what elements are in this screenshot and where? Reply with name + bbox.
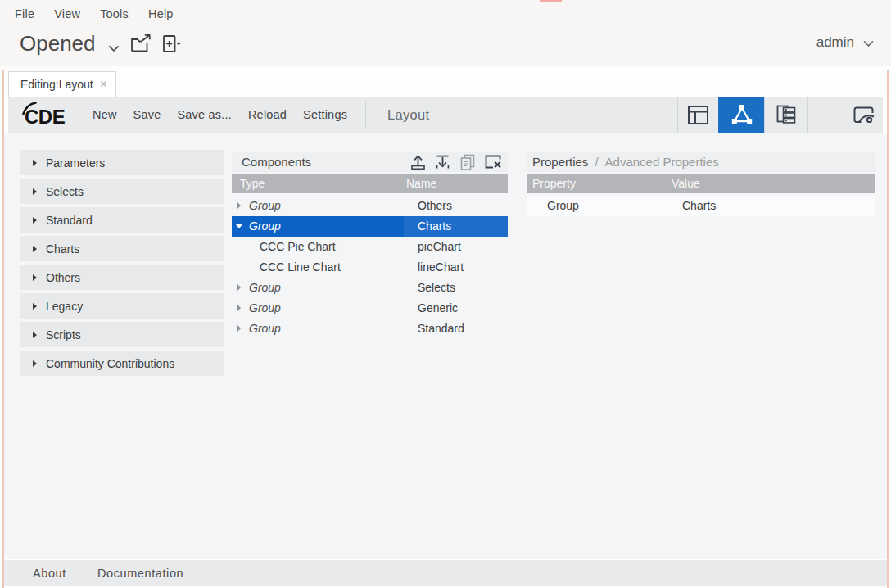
pink-top-mark — [540, 0, 562, 2]
component-type-cell: Group — [249, 216, 281, 237]
datasources-panel-button[interactable] — [764, 97, 807, 133]
expand-icon[interactable] — [237, 305, 241, 311]
close-icon[interactable]: × — [100, 78, 107, 91]
expand-icon[interactable] — [237, 325, 241, 332]
expand-arrow-icon — [33, 160, 37, 166]
column-header-value: Value — [672, 174, 700, 193]
top-header: FileViewToolsHelp Opened admin — [0, 0, 891, 66]
component-type-cell: Group — [249, 319, 281, 339]
components-actions — [409, 153, 502, 171]
sidebar-item-standard[interactable]: Standard — [20, 207, 224, 233]
footer-bar: AboutDocumentation — [4, 560, 887, 586]
sidebar-item-scripts[interactable]: Scripts — [20, 322, 224, 347]
footer-link-documentation[interactable]: Documentation — [97, 567, 183, 580]
open-file-button[interactable] — [129, 34, 152, 57]
tab-editing-layout[interactable]: Editing:Layout × — [8, 71, 116, 97]
toolbar-button-new[interactable]: New — [84, 108, 125, 121]
component-name-cell: Others — [418, 196, 452, 216]
property-name-cell: Group — [547, 196, 579, 216]
sidebar-item-parameters[interactable]: Parameters — [20, 150, 224, 175]
component-row-piechart[interactable]: CCC Pie ChartpieChart — [232, 237, 508, 257]
expand-arrow-icon — [33, 246, 37, 252]
components-sidebar: ParametersSelectsStandardChartsOthersLeg… — [20, 150, 224, 379]
component-name-cell: pieChart — [418, 237, 461, 257]
component-row-charts[interactable]: GroupCharts — [232, 216, 508, 237]
components-panel-button[interactable] — [718, 97, 764, 133]
tab-properties[interactable]: Properties — [532, 155, 588, 169]
delete-button[interactable] — [484, 154, 502, 170]
toolbar-spacer — [807, 97, 844, 133]
active-panel-title: Layout — [387, 97, 429, 133]
tab-label: Editing:Layout — [20, 78, 100, 91]
layout-panel-button[interactable] — [677, 97, 718, 133]
preview-eye-icon — [851, 104, 877, 126]
sidebar-item-label: Community Contributions — [46, 357, 174, 370]
sidebar-item-community-contributions[interactable]: Community Contributions — [20, 351, 224, 376]
chevron-down-icon — [108, 33, 120, 58]
pink-left-edge — [2, 70, 4, 588]
sidebar-item-charts[interactable]: Charts — [20, 236, 224, 261]
sidebar-item-selects[interactable]: Selects — [20, 179, 224, 204]
components-panel-header: Components — [232, 152, 508, 172]
tab-advanced-properties[interactable]: Advanced Properties — [605, 155, 719, 169]
component-row-linechart[interactable]: CCC Line ChartlineChart — [232, 257, 508, 278]
toolbar-button-settings[interactable]: Settings — [295, 108, 355, 121]
component-type-cell: Group — [249, 298, 281, 319]
sidebar-item-label: Standard — [46, 214, 93, 227]
components-panel-icon — [730, 104, 754, 126]
expand-icon[interactable] — [237, 284, 241, 291]
toolbar-divider — [365, 101, 366, 129]
datasources-panel-icon — [776, 104, 798, 125]
properties-tab-separator: / — [595, 155, 598, 169]
property-value-cell[interactable]: Charts — [682, 196, 716, 216]
component-row-standard[interactable]: GroupStandard — [232, 319, 508, 339]
toolbar-button-save[interactable]: Save — [125, 108, 170, 121]
expand-arrow-icon — [33, 217, 37, 224]
layout-panel-icon — [687, 105, 709, 125]
menu-item-view[interactable]: View — [54, 7, 80, 20]
toolbar-button-reload[interactable]: Reload — [240, 108, 295, 121]
opened-dropdown[interactable]: Opened — [20, 29, 120, 58]
menu-item-tools[interactable]: Tools — [100, 7, 129, 20]
shift-down-button[interactable] — [434, 154, 451, 170]
new-file-button[interactable] — [161, 34, 183, 57]
component-name-cell: Standard — [418, 319, 464, 339]
sidebar-item-label: Selects — [46, 185, 84, 198]
sidebar-item-others[interactable]: Others — [20, 265, 224, 290]
expand-arrow-icon — [33, 188, 37, 195]
toolbar-menu: NewSaveSave as...ReloadSettings — [84, 97, 355, 133]
opened-label: Opened — [20, 31, 96, 57]
component-type-cell: Group — [249, 278, 281, 298]
properties-table-body: GroupCharts — [527, 196, 875, 216]
cde-toolbar: CDE NewSaveSave as...ReloadSettings Layo… — [8, 97, 883, 133]
expand-arrow-icon — [33, 274, 37, 281]
components-table-header: Type Name — [232, 174, 508, 193]
components-title: Components — [242, 155, 409, 169]
sidebar-item-legacy[interactable]: Legacy — [20, 293, 224, 319]
sidebar-item-label: Parameters — [46, 156, 105, 170]
user-name-label: admin — [816, 34, 854, 51]
component-row-selects[interactable]: GroupSelects — [232, 278, 508, 298]
toolbar-button-save-as[interactable]: Save as... — [169, 108, 239, 121]
collapse-icon[interactable] — [236, 224, 242, 228]
footer-link-about[interactable]: About — [33, 567, 66, 580]
svg-text:CDE: CDE — [25, 106, 66, 128]
duplicate-button[interactable] — [459, 153, 477, 171]
components-table-body: GroupOthersGroupChartsCCC Pie ChartpieCh… — [232, 196, 508, 339]
user-menu[interactable]: admin — [816, 33, 874, 52]
cde-logo: CDE — [22, 102, 75, 131]
menu-item-file[interactable]: File — [15, 7, 34, 20]
component-name-cell: Generic — [418, 298, 458, 319]
property-row-group[interactable]: GroupCharts — [527, 196, 875, 216]
new-file-icon — [161, 43, 183, 57]
shift-up-button[interactable] — [409, 154, 427, 170]
expand-icon[interactable] — [237, 202, 241, 209]
component-row-others[interactable]: GroupOthers — [232, 196, 508, 216]
column-header-name: Name — [406, 174, 436, 193]
component-type-cell: Group — [249, 196, 281, 216]
menu-item-help[interactable]: Help — [148, 7, 174, 20]
chevron-down-icon — [863, 35, 874, 52]
preview-button[interactable] — [844, 97, 883, 133]
sidebar-item-label: Scripts — [46, 328, 81, 341]
component-row-generic[interactable]: GroupGeneric — [232, 298, 508, 319]
